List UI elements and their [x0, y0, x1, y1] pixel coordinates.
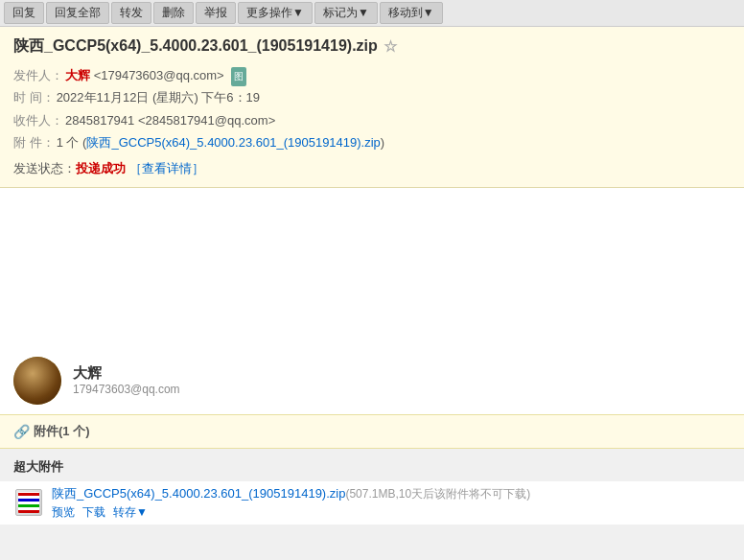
- attachment-size-note: (507.1MB,10天后该附件将不可下载): [345, 487, 530, 501]
- recipient-label: 收件人：: [13, 113, 63, 128]
- attachment-header-link[interactable]: 陕西_GCCP5(x64)_5.4000.23.601_(1905191419)…: [86, 135, 380, 150]
- time-row: 时 间：2022年11月12日 (星期六) 下午6：19: [13, 86, 731, 108]
- preview-button[interactable]: 预览: [52, 504, 75, 521]
- sender-email: <179473603@qq.com>: [94, 68, 224, 82]
- more-actions-button[interactable]: 更多操作▼: [238, 2, 313, 24]
- recipient-value: 2845817941 <2845817941@qq.com>: [65, 113, 275, 128]
- attachment-actions: 预览 下载 转存▼: [52, 504, 731, 521]
- sender-row: 发件人：大辉 <179473603@qq.com> 图: [13, 64, 731, 86]
- attachment-section-title-text: 附件(1 个): [34, 423, 90, 440]
- delivery-status-row: 发送状态：投递成功 ［查看详情］: [13, 160, 731, 177]
- time-label: 时 间：: [13, 90, 55, 105]
- move-to-button[interactable]: 移动到▼: [380, 2, 443, 24]
- star-icon[interactable]: ☆: [384, 37, 397, 56]
- sender-name[interactable]: 大辉: [65, 68, 90, 82]
- mark-as-button[interactable]: 标记为▼: [314, 2, 378, 24]
- delivery-detail-link[interactable]: ［查看详情］: [129, 161, 204, 175]
- delete-button[interactable]: 删除: [153, 2, 194, 24]
- email-body: [0, 188, 744, 341]
- download-button[interactable]: 下载: [82, 504, 105, 521]
- transfer-button[interactable]: 转存▼: [113, 504, 148, 521]
- attachment-close: ): [381, 135, 384, 150]
- email-header: 陕西_GCCP5(x64)_5.4000.23.601_(1905191419)…: [0, 27, 744, 188]
- super-attachment-label: 超大附件: [0, 458, 744, 476]
- paperclip-icon: 🔗: [13, 424, 30, 439]
- sender-info: 大辉 179473603@qq.com: [73, 364, 180, 396]
- email-meta: 发件人：大辉 <179473603@qq.com> 图 时 间：2022年11月…: [13, 64, 731, 154]
- zip-icon-image: [15, 489, 42, 516]
- email-title-row: 陕西_GCCP5(x64)_5.4000.23.601_(1905191419)…: [13, 36, 731, 57]
- report-button[interactable]: 举报: [196, 2, 236, 24]
- toolbar: 回复 回复全部 转发 删除 举报 更多操作▼ 标记为▼ 移动到▼: [0, 0, 744, 27]
- forward-button[interactable]: 转发: [111, 2, 151, 24]
- sender-profile-email: 179473603@qq.com: [73, 383, 180, 396]
- avatar: [13, 357, 61, 405]
- attachment-count: 1 个 (: [57, 135, 87, 150]
- zip-stripes: [18, 492, 39, 513]
- sender-label: 发件人：: [13, 68, 63, 82]
- delivery-status-value: 投递成功: [76, 161, 126, 175]
- recipient-row: 收件人：2845817941 <2845817941@qq.com>: [13, 109, 731, 131]
- attachment-filename-link[interactable]: 陕西_GCCP5(x64)_5.4000.23.601_(1905191419)…: [52, 486, 345, 501]
- reply-all-button[interactable]: 回复全部: [46, 2, 109, 24]
- delivery-label: 发送状态：: [13, 161, 76, 175]
- attachment-name-row: 陕西_GCCP5(x64)_5.4000.23.601_(1905191419)…: [52, 485, 731, 502]
- contact-card-icon[interactable]: 图: [231, 67, 246, 86]
- email-subject: 陕西_GCCP5(x64)_5.4000.23.601_(1905191419)…: [13, 36, 378, 57]
- avatar-image: [13, 357, 61, 405]
- attachment-section-header: 🔗 附件(1 个): [0, 414, 744, 449]
- zip-icon: [13, 487, 44, 518]
- attachment-section-title: 🔗 附件(1 个): [13, 423, 731, 440]
- sender-profile: 大辉 179473603@qq.com: [0, 341, 744, 414]
- time-value: 2022年11月12日 (星期六) 下午6：19: [57, 90, 260, 105]
- attachment-details: 陕西_GCCP5(x64)_5.4000.23.601_(1905191419)…: [52, 485, 731, 521]
- reply-button[interactable]: 回复: [4, 2, 44, 24]
- attachment-meta-label: 附 件：: [13, 135, 55, 150]
- attachment-item: 陕西_GCCP5(x64)_5.4000.23.601_(1905191419)…: [0, 481, 744, 525]
- attachment-row: 附 件：1 个 (陕西_GCCP5(x64)_5.4000.23.601_(19…: [13, 131, 731, 153]
- sender-profile-name: 大辉: [73, 364, 180, 383]
